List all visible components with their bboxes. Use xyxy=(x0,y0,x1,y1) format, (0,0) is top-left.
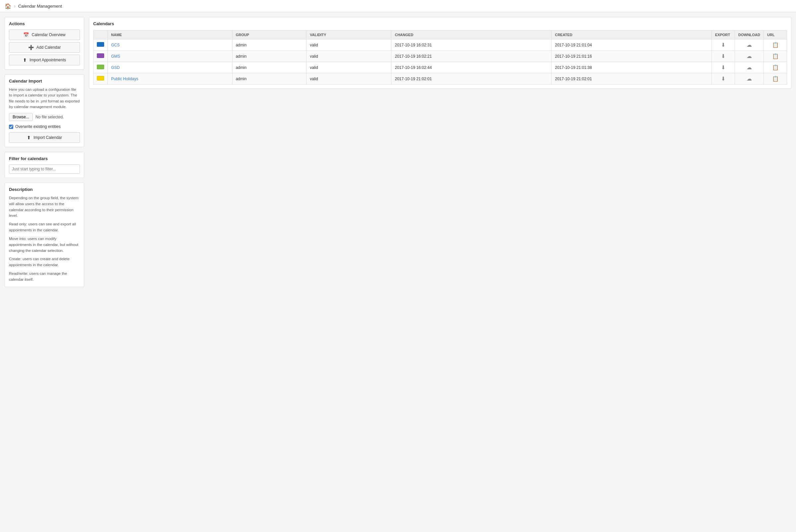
calendar-validity-cell: valid xyxy=(307,62,391,73)
desc-para-0: Depending on the group field, the system… xyxy=(9,195,80,219)
color-swatch xyxy=(97,42,104,47)
calendar-created-cell: 2017-10-19 21:02:01 xyxy=(552,73,712,84)
page-title: Calendar Management xyxy=(18,4,62,8)
add-calendar-button[interactable]: ➕ Add Calendar xyxy=(9,42,80,53)
calendar-url-cell[interactable]: 📋 xyxy=(764,62,787,73)
color-swatch-cell xyxy=(94,51,108,62)
url-copy-icon[interactable]: 📋 xyxy=(772,64,779,71)
calendar-name-cell[interactable]: Public Holidays xyxy=(108,73,233,84)
col-download: DOWNLOAD xyxy=(735,31,764,39)
desc-para-1: Read only: users can see and export all … xyxy=(9,222,80,233)
calendar-export-cell[interactable]: ⬇ xyxy=(712,51,735,62)
filter-input[interactable] xyxy=(9,165,80,174)
download-icon[interactable]: ☁ xyxy=(746,42,752,48)
calendar-group-cell: admin xyxy=(232,51,307,62)
calendar-download-cell[interactable]: ☁ xyxy=(735,62,764,73)
calendar-download-cell[interactable]: ☁ xyxy=(735,39,764,51)
export-icon[interactable]: ⬇ xyxy=(721,42,725,48)
calendar-name-link[interactable]: GSD xyxy=(111,65,120,70)
calendar-group-cell: admin xyxy=(232,39,307,51)
no-file-label: No file selected. xyxy=(36,115,64,119)
overwrite-checkbox-row: Overwrite existing entities xyxy=(9,124,80,129)
color-swatch xyxy=(97,65,104,69)
table-row: Public Holidaysadminvalid2017-10-19 21:0… xyxy=(94,73,787,84)
export-icon[interactable]: ⬇ xyxy=(721,53,725,59)
calendar-export-cell[interactable]: ⬇ xyxy=(712,62,735,73)
calendars-table: NAME GROUP VALIDITY CHANGED CREATED EXPO… xyxy=(93,30,787,84)
sidebar: Actions 📅 Calendar Overview ➕ Add Calend… xyxy=(5,17,84,287)
calendar-validity-cell: valid xyxy=(307,39,391,51)
download-icon[interactable]: ☁ xyxy=(746,53,752,59)
color-swatch xyxy=(97,76,104,80)
table-row: GMSadminvalid2017-10-19 16:02:212017-10-… xyxy=(94,51,787,62)
calendar-name-link[interactable]: Public Holidays xyxy=(111,77,138,81)
col-swatch xyxy=(94,31,108,39)
download-icon[interactable]: ☁ xyxy=(746,76,752,82)
calendar-group-cell: admin xyxy=(232,73,307,84)
add-icon: ➕ xyxy=(28,45,34,50)
calendar-url-cell[interactable]: 📋 xyxy=(764,51,787,62)
table-row: GCSadminvalid2017-10-19 16:02:312017-10-… xyxy=(94,39,787,51)
description-section: Description Depending on the group field… xyxy=(5,183,84,287)
desc-para-3: Create: users can create and delete appo… xyxy=(9,256,80,268)
overwrite-label: Overwrite existing entities xyxy=(15,124,61,129)
filter-title: Filter for calendars xyxy=(9,156,80,161)
calendar-group-cell: admin xyxy=(232,62,307,73)
calendar-name-cell[interactable]: GSD xyxy=(108,62,233,73)
description-text: Depending on the group field, the system… xyxy=(9,195,80,283)
col-changed: CHANGED xyxy=(391,31,552,39)
calendar-changed-cell: 2017-10-19 16:02:21 xyxy=(391,51,552,62)
file-input-row: Browse... No file selected. xyxy=(9,113,80,121)
calendar-name-link[interactable]: GMS xyxy=(111,54,120,59)
import-calendar-button[interactable]: ⬆ Import Calendar xyxy=(9,132,80,143)
calendar-validity-cell: valid xyxy=(307,51,391,62)
main-content: Calendars NAME GROUP VALIDITY CHANGED CR… xyxy=(89,17,791,89)
url-copy-icon[interactable]: 📋 xyxy=(772,42,779,48)
calendar-download-cell[interactable]: ☁ xyxy=(735,51,764,62)
col-created: CREATED xyxy=(552,31,712,39)
home-icon[interactable]: 🏠 xyxy=(5,3,11,9)
calendar-url-cell[interactable]: 📋 xyxy=(764,73,787,84)
actions-title: Actions xyxy=(9,21,80,26)
color-swatch-cell xyxy=(94,39,108,51)
calendar-created-cell: 2017-10-19 21:01:04 xyxy=(552,39,712,51)
calendar-name-link[interactable]: GCS xyxy=(111,43,120,48)
filter-section: Filter for calendars xyxy=(5,152,84,178)
desc-para-4: Read/write: users can manage the calenda… xyxy=(9,271,80,283)
export-icon[interactable]: ⬇ xyxy=(721,64,725,71)
description-title: Description xyxy=(9,187,80,192)
calendar-download-cell[interactable]: ☁ xyxy=(735,73,764,84)
calendar-changed-cell: 2017-10-19 16:02:44 xyxy=(391,62,552,73)
calendar-name-cell[interactable]: GCS xyxy=(108,39,233,51)
import-appointments-button[interactable]: ⬆ Import Appointments xyxy=(9,55,80,65)
overwrite-checkbox[interactable] xyxy=(9,125,13,129)
calendar-name-cell[interactable]: GMS xyxy=(108,51,233,62)
color-swatch-cell xyxy=(94,73,108,84)
url-copy-icon[interactable]: 📋 xyxy=(772,53,779,59)
calendar-import-section: Calendar Import Here you can upload a co… xyxy=(5,74,84,147)
import-description: Here you can upload a configuration file… xyxy=(9,87,80,110)
calendars-title: Calendars xyxy=(93,21,787,26)
url-copy-icon[interactable]: 📋 xyxy=(772,76,779,82)
col-validity: VALIDITY xyxy=(307,31,391,39)
color-swatch xyxy=(97,53,104,58)
color-swatch-cell xyxy=(94,62,108,73)
desc-para-2: Move into: users can modify appointments… xyxy=(9,236,80,253)
calendar-import-title: Calendar Import xyxy=(9,79,80,83)
calendar-export-cell[interactable]: ⬇ xyxy=(712,39,735,51)
table-header-row: NAME GROUP VALIDITY CHANGED CREATED EXPO… xyxy=(94,31,787,39)
calendar-export-cell[interactable]: ⬇ xyxy=(712,73,735,84)
col-group: GROUP xyxy=(232,31,307,39)
import-upload-icon: ⬆ xyxy=(27,135,31,140)
calendar-created-cell: 2017-10-19 21:01:16 xyxy=(552,51,712,62)
calendar-validity-cell: valid xyxy=(307,73,391,84)
upload-icon: ⬆ xyxy=(23,57,27,63)
calendar-url-cell[interactable]: 📋 xyxy=(764,39,787,51)
download-icon[interactable]: ☁ xyxy=(746,64,752,71)
col-name: NAME xyxy=(108,31,233,39)
calendar-changed-cell: 2017-10-19 21:02:01 xyxy=(391,73,552,84)
export-icon[interactable]: ⬇ xyxy=(721,76,725,82)
browse-button[interactable]: Browse... xyxy=(9,113,33,121)
calendar-overview-button[interactable]: 📅 Calendar Overview xyxy=(9,30,80,40)
breadcrumb-separator: › xyxy=(14,3,16,8)
